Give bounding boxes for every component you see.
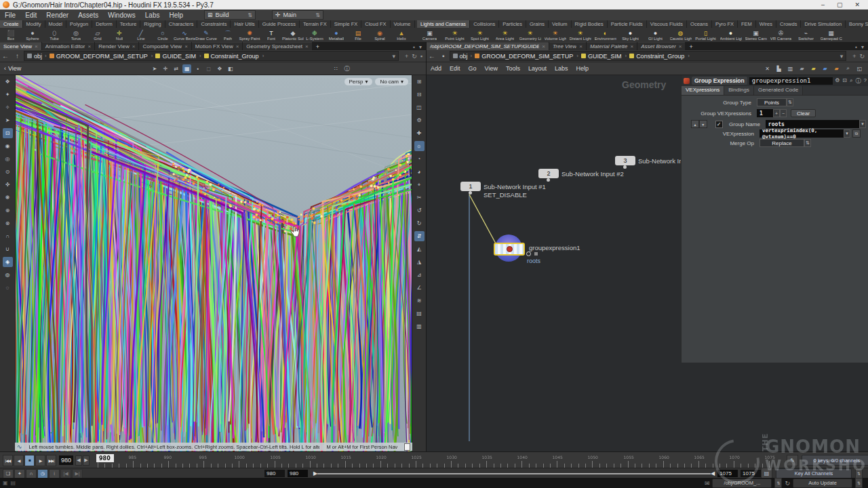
close-tab-icon[interactable]: ×: [305, 43, 309, 50]
shelf-tab[interactable]: Characters: [165, 20, 198, 28]
display-option-icon[interactable]: ⌖: [414, 180, 425, 190]
close-button[interactable]: ✕: [854, 1, 860, 8]
shelf-tab[interactable]: Guide Process: [259, 20, 300, 28]
update-mode-button[interactable]: Auto Update: [793, 479, 852, 488]
viewport-option-icon[interactable]: ∷: [332, 64, 340, 73]
timeline-ruler[interactable]: [95, 453, 787, 468]
shelf-tool-button[interactable]: ☀ Geometry Light: [517, 28, 542, 42]
camera-selector[interactable]: No cam▾: [375, 78, 408, 85]
network-toolbar-icon[interactable]: ▥: [786, 64, 795, 73]
shelf-tool-button[interactable]: ◎ Torus: [65, 28, 87, 42]
shelf-tab[interactable]: Simple FX: [331, 20, 362, 28]
animation-options-icon[interactable]: ✎: [787, 455, 798, 466]
shelf-tab[interactable]: Cloud FX: [361, 20, 390, 28]
vexpression-count-field[interactable]: 1: [757, 109, 773, 117]
shelf-tool-button[interactable]: ◆ Platonic Solids: [282, 28, 304, 42]
minimize-button[interactable]: –: [821, 1, 825, 8]
shelf-tool-button[interactable]: ╱ Line: [130, 28, 152, 42]
output-square-icon[interactable]: [534, 252, 538, 256]
display-option-icon[interactable]: ▥: [414, 321, 425, 331]
viewport-tool-icon[interactable]: ◌: [3, 283, 13, 293]
collapse-icon[interactable]: ‹: [4, 65, 6, 72]
shelf-tool-button[interactable]: ● Ambient Light: [718, 28, 743, 42]
shelf-tool-button[interactable]: ◉ Spiral: [369, 28, 391, 42]
network-menu-item[interactable]: Layout: [524, 65, 551, 72]
close-tab-icon[interactable]: ×: [579, 43, 583, 50]
shelf-tab[interactable]: Rigid Bodies: [572, 20, 608, 28]
shelf-tab[interactable]: Terrain FX: [300, 20, 331, 28]
shelf-tool-button[interactable]: ☀ Point Light: [442, 28, 467, 42]
shelf-tab[interactable]: Modify: [23, 20, 45, 28]
viewport-tool-icon[interactable]: ✧: [3, 102, 13, 113]
shelf-tab[interactable]: Wires: [756, 20, 776, 28]
shelf-tool-button[interactable]: ⬯ Tube: [43, 28, 65, 42]
network-toolbar-icon[interactable]: ⌕: [844, 64, 852, 73]
viewport-mode-icon[interactable]: ▦: [182, 64, 191, 73]
clear-button[interactable]: Clear: [791, 109, 816, 117]
viewport-mode-icon[interactable]: ▪: [193, 64, 202, 73]
menu-item[interactable]: Labs: [140, 12, 165, 19]
range-slider-track[interactable]: [317, 473, 711, 474]
shelf-tab[interactable]: Lights and Cameras: [417, 20, 470, 28]
dropdown-icon[interactable]: ▾: [844, 129, 850, 138]
status-icon[interactable]: ▤: [11, 480, 16, 486]
display-option-icon[interactable]: ☼: [414, 141, 425, 151]
shelf-tab[interactable]: Drive Simulation: [801, 20, 846, 28]
pane-tab[interactable]: Animation Editor ×: [42, 42, 94, 50]
parameter-tab[interactable]: Bindings: [724, 86, 754, 95]
shelf-tool-button[interactable]: ✎ Draw Curve: [195, 28, 217, 42]
snapshot-icon[interactable]: ▪: [420, 53, 422, 60]
network-toolbar-icon[interactable]: ▰: [797, 64, 806, 73]
global-range-end-field[interactable]: 1075: [741, 470, 761, 477]
display-option-icon[interactable]: ↺: [414, 205, 425, 216]
viewport-tool-icon[interactable]: ⊕: [3, 205, 13, 216]
breadcrumb-item[interactable]: GUIDE_SIM ›: [581, 53, 628, 60]
status-icon[interactable]: ▣: [3, 480, 8, 486]
playback-toggle-button[interactable]: ▶|: [72, 469, 83, 479]
display-option-icon[interactable]: ◕: [414, 167, 425, 177]
shelf-tool-button[interactable]: ✺ Spray Paint: [239, 28, 260, 42]
sync-icon[interactable]: ↻: [859, 53, 865, 60]
transport-button[interactable]: ■: [24, 455, 35, 466]
menu-item[interactable]: Assets: [73, 12, 103, 19]
panel-header-icon[interactable]: ⌕: [850, 77, 852, 85]
network-toolbar-icon[interactable]: ▙: [774, 64, 783, 73]
path-dropdown-icon[interactable]: ▾: [392, 53, 395, 60]
network-menu-item[interactable]: Go: [465, 65, 481, 72]
range-right-handle[interactable]: ◀: [711, 471, 715, 476]
playback-toggle-button[interactable]: ✦: [14, 469, 25, 479]
breadcrumb-item[interactable]: GROOM_DEFORM_SIM_SETUP ›: [50, 53, 155, 60]
shelf-tab[interactable]: Hair Utils: [231, 20, 258, 28]
shelf-tab[interactable]: Rigging: [140, 20, 165, 28]
viewport-render-hair-strands[interactable]: [15, 75, 412, 453]
enable-checkbox[interactable]: ✓: [715, 121, 723, 128]
pane-tab[interactable]: Asset Browser ×: [637, 42, 685, 50]
close-tab-icon[interactable]: ×: [542, 43, 545, 50]
shelf-tab[interactable]: Model: [45, 20, 66, 28]
breadcrumb-item[interactable]: GROOM_DEFORM_SIM_SETUP ›: [475, 53, 580, 60]
viewport-tool-icon[interactable]: ∩: [3, 231, 13, 241]
close-tab-icon[interactable]: ×: [184, 43, 188, 50]
display-option-icon[interactable]: ≋: [414, 296, 425, 306]
shelf-tool-button[interactable]: ◐ Environment Light: [593, 28, 618, 42]
shelf-tab[interactable]: Create: [0, 20, 23, 28]
shelf-tab[interactable]: Particles: [499, 20, 526, 28]
network-menu-item[interactable]: Help: [572, 65, 593, 72]
recook-icon[interactable]: ↻: [785, 480, 790, 487]
path-dropdown-icon[interactable]: ▾: [840, 53, 844, 60]
playback-toggle-button[interactable]: ⁝: [49, 469, 60, 479]
playback-toggle-button[interactable]: ∩: [26, 469, 37, 479]
node-name-field[interactable]: groupexpression1: [749, 77, 833, 85]
viewport-tool-icon[interactable]: ✜: [3, 180, 13, 190]
forward-icon[interactable]: ▪: [440, 52, 447, 60]
output-ring-icon[interactable]: [526, 251, 531, 256]
close-tab-icon[interactable]: ×: [132, 43, 136, 50]
network-toolbar-icon[interactable]: ▰: [832, 64, 841, 73]
display-option-icon[interactable]: ↻: [414, 218, 425, 228]
menu-item[interactable]: Render: [41, 12, 73, 19]
projection-selector[interactable]: Persp▾: [344, 78, 373, 85]
shelf-tool-button[interactable]: ❉ L-System: [304, 28, 326, 42]
playback-range-end-field[interactable]: 1075: [717, 470, 738, 477]
spinner-icon[interactable]: ⇅: [248, 12, 252, 18]
spinner-icon[interactable]: ⇅: [774, 478, 782, 488]
